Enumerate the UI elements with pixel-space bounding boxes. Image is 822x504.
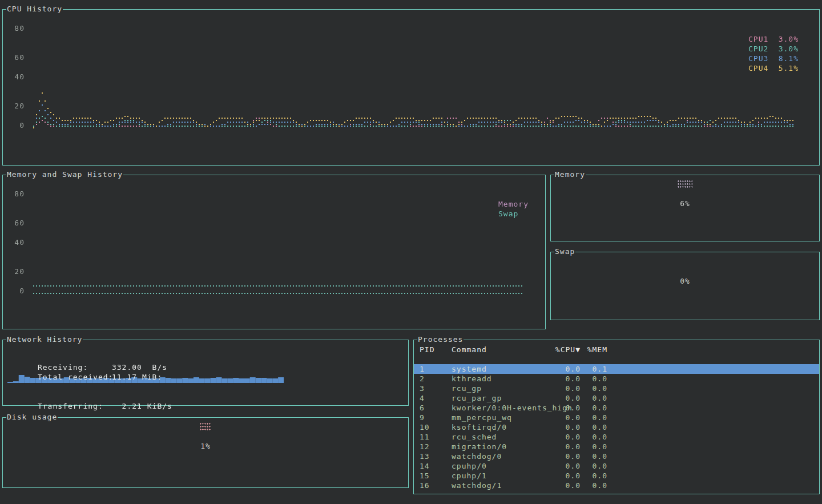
memory-legend-item-memory: Memory — [498, 199, 529, 209]
process-cpu: 0.0 — [549, 442, 581, 451]
memory-axis-tick: 60 — [11, 219, 25, 227]
process-cpu: 0.0 — [549, 384, 581, 393]
process-pid: 1 — [420, 364, 445, 374]
system-monitor-screen: CPU History 806040200 CPU13.0%CPU23.0%CP… — [0, 0, 822, 504]
process-mem: 0.0 — [582, 374, 607, 384]
process-mem: 0.0 — [582, 393, 607, 403]
process-pid: 4 — [420, 393, 445, 403]
cpu-legend-name: CPU1 — [748, 34, 768, 44]
cpu-legend-item-cpu4: CPU45.1% — [748, 63, 799, 73]
process-mem: 0.0 — [582, 432, 607, 442]
cpu-history-chart — [3, 10, 819, 165]
process-row-watchdog/1[interactable]: 16watchdog/10.00.0 — [414, 481, 819, 490]
process-row-watchdog/0[interactable]: 13watchdog/00.00.0 — [414, 451, 819, 461]
network-total-value: 11.17 MiB: — [112, 373, 162, 381]
disk-usage-panel: Disk usage 1% — [2, 417, 409, 488]
memory-swap-history-chart — [3, 175, 545, 329]
disk-gauge-icon — [200, 423, 211, 431]
swap-gauge-panel: Swap 0% — [550, 252, 820, 320]
process-pid: 2 — [420, 374, 445, 384]
process-pid: 6 — [420, 403, 445, 413]
process-cpu: 0.0 — [549, 422, 581, 432]
column-header-pid[interactable]: PID — [420, 345, 445, 355]
process-pid: 13 — [420, 451, 445, 461]
memory-axis-tick: 20 — [11, 267, 25, 276]
network-total-row: Total received:11.17 MiB: — [7, 364, 162, 390]
process-row-cpuhp/0[interactable]: 14cpuhp/00.00.0 — [414, 461, 819, 471]
cpu-legend-item-cpu2: CPU23.0% — [748, 44, 799, 54]
cpu-axis-tick: 40 — [11, 72, 25, 81]
cpu-legend-value: 5.1% — [779, 63, 799, 73]
process-row-rcu_par_gp[interactable]: 4rcu_par_gp0.00.0 — [414, 393, 819, 403]
process-row-cpuhp/1[interactable]: 15cpuhp/10.00.0 — [414, 471, 819, 481]
process-row-rcu_sched[interactable]: 11rcu_sched0.00.0 — [414, 432, 819, 442]
cpu-legend: CPU13.0%CPU23.0%CPU38.1%CPU45.1% — [748, 34, 799, 73]
process-cpu: 0.0 — [549, 461, 581, 471]
process-pid: 10 — [420, 422, 445, 432]
process-mem: 0.0 — [582, 422, 607, 432]
cpu-legend-name: CPU4 — [748, 63, 768, 73]
network-transferring-label: Transferring: — [38, 402, 112, 410]
process-row-rcu_gp[interactable]: 3rcu_gp0.00.0 — [414, 384, 819, 393]
processes-header: PID Command %CPU▼ %MEM — [414, 345, 819, 355]
process-cpu: 0.0 — [549, 471, 581, 481]
processes-panel: Processes PID Command %CPU▼ %MEM 1system… — [413, 340, 820, 494]
process-pid: 15 — [420, 471, 445, 481]
process-mem: 0.0 — [582, 403, 607, 413]
process-row-migration/0[interactable]: 12migration/00.00.0 — [414, 442, 819, 451]
memory-axis-tick: 80 — [11, 189, 25, 198]
process-cpu: 0.0 — [549, 403, 581, 413]
process-mem: 0.0 — [582, 471, 607, 481]
column-header-cpu-sort[interactable]: %CPU▼ — [549, 345, 581, 355]
swap-gauge-title: Swap — [554, 247, 575, 256]
cpu-legend-value: 3.0% — [779, 44, 799, 54]
process-cpu: 0.0 — [549, 393, 581, 403]
cpu-axis-tick: 80 — [11, 24, 25, 33]
process-row-systemd[interactable]: 1systemd0.00.1 — [414, 364, 819, 374]
process-row-mm_percpu_wq[interactable]: 9mm_percpu_wq0.00.0 — [414, 413, 819, 422]
process-pid: 11 — [420, 432, 445, 442]
swap-percent: 0% — [551, 277, 819, 285]
network-total-label: Total received: — [38, 373, 112, 381]
network-history-panel: Network History Receiving:332.00 B/s Tot… — [2, 340, 409, 406]
disk-percent: 1% — [3, 442, 408, 450]
process-cpu: 0.0 — [549, 481, 581, 490]
process-cpu: 0.0 — [549, 413, 581, 422]
process-mem: 0.0 — [582, 481, 607, 490]
process-cpu: 0.0 — [549, 451, 581, 461]
memory-swap-legend: MemorySwap — [498, 199, 529, 219]
process-mem: 0.0 — [582, 451, 607, 461]
process-cpu: 0.0 — [549, 432, 581, 442]
memory-legend-item-swap: Swap — [498, 209, 529, 219]
cpu-axis-tick: 0 — [11, 121, 25, 130]
memory-gauge-icon — [678, 180, 692, 188]
cpu-legend-name: CPU3 — [748, 54, 768, 63]
process-mem: 0.0 — [582, 442, 607, 451]
cpu-history-panel: CPU History 806040200 CPU13.0%CPU23.0%CP… — [2, 9, 820, 166]
cpu-legend-item-cpu3: CPU38.1% — [748, 54, 799, 63]
process-pid: 16 — [420, 481, 445, 490]
cpu-legend-value: 3.0% — [779, 34, 799, 44]
cpu-axis-tick: 20 — [11, 102, 25, 110]
memory-gauge-panel: Memory 6% — [550, 175, 820, 241]
process-row-kworker/0:0H-events_high[interactable]: 6kworker/0:0H-events_high0.00.0 — [414, 403, 819, 413]
process-pid: 14 — [420, 461, 445, 471]
memory-percent: 6% — [551, 199, 819, 208]
cpu-legend-item-cpu1: CPU13.0% — [748, 34, 799, 44]
process-mem: 0.0 — [582, 384, 607, 393]
process-row-kthreadd[interactable]: 2kthreadd0.00.0 — [414, 374, 819, 384]
process-row-ksoftirqd/0[interactable]: 10ksoftirqd/00.00.0 — [414, 422, 819, 432]
cpu-axis-tick: 60 — [11, 53, 25, 62]
column-header-mem[interactable]: %MEM — [582, 345, 607, 355]
process-list: 1systemd0.00.12kthreadd0.00.03rcu_gp0.00… — [414, 364, 819, 490]
network-transferring-value: 2.21 KiB/s — [112, 402, 172, 410]
cpu-legend-name: CPU2 — [748, 44, 768, 54]
memory-swap-history-panel: Memory and Swap History 806040200 Memory… — [2, 175, 546, 329]
cpu-legend-value: 8.1% — [779, 54, 799, 63]
process-mem: 0.0 — [582, 461, 607, 471]
processes-title: Processes — [417, 335, 464, 344]
memory-axis-tick: 40 — [11, 238, 25, 247]
disk-usage-title: Disk usage — [6, 413, 58, 421]
memory-axis-tick: 0 — [11, 287, 25, 295]
process-pid: 3 — [420, 384, 445, 393]
